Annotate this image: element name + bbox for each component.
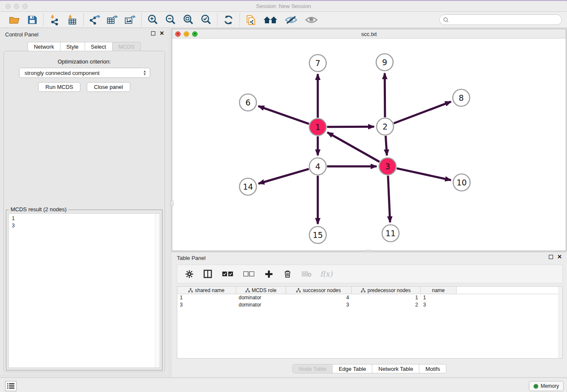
export-table-icon[interactable]: [107, 14, 118, 26]
window-title: Session: New Session: [0, 3, 567, 9]
graph-node-11[interactable]: 11: [382, 225, 399, 242]
tab-node-table[interactable]: Node Table: [292, 364, 333, 373]
table-cell[interactable]: 3: [421, 301, 457, 309]
svg-text:11: 11: [385, 229, 396, 238]
memory-button[interactable]: Memory: [529, 381, 564, 391]
apply-function-icon[interactable]: f(x): [321, 269, 331, 279]
graph-node-3[interactable]: 3: [379, 158, 396, 175]
result-scrollbar[interactable]: [155, 214, 160, 367]
edge-3-1[interactable]: [328, 133, 380, 162]
edge-1-6[interactable]: [259, 106, 309, 124]
table-cell[interactable]: 2: [352, 301, 421, 309]
mcds-result-box: MCDS result (2 nodes) 13: [6, 210, 162, 370]
table-cell[interactable]: 1: [421, 294, 457, 301]
tab-network-table[interactable]: Network Table: [372, 364, 419, 373]
node-table[interactable]: shared nameMCDS rolesuccessor nodesprede…: [177, 286, 563, 359]
edge-3-10[interactable]: [396, 168, 451, 180]
column-header-MCDS-role[interactable]: MCDS role: [236, 287, 286, 294]
graph-node-15[interactable]: 15: [309, 226, 326, 243]
graph-node-1[interactable]: 1: [309, 119, 326, 135]
neighbors-icon[interactable]: [263, 14, 278, 26]
table-row[interactable]: 1dominator411: [177, 294, 562, 301]
table-settings-gear-icon[interactable]: [184, 269, 194, 279]
show-columns-icon[interactable]: [203, 269, 213, 279]
edge-4-14[interactable]: [259, 169, 309, 184]
run-mcds-button[interactable]: Run MCDS: [38, 82, 80, 92]
result-item[interactable]: 1: [12, 215, 160, 222]
table-cell[interactable]: 3: [177, 301, 236, 309]
zoom-out-icon[interactable]: [165, 14, 176, 26]
delete-table-icon[interactable]: [301, 269, 313, 279]
graph-node-2[interactable]: 2: [377, 118, 394, 135]
edge-2-3[interactable]: [385, 136, 387, 155]
graph-node-8[interactable]: 8: [453, 89, 470, 106]
svg-text:1: 1: [315, 122, 320, 132]
search-input[interactable]: [449, 16, 561, 24]
search-field[interactable]: [439, 14, 562, 25]
add-column-icon[interactable]: [264, 269, 274, 279]
hierarchy-icon: [245, 288, 250, 293]
refresh-icon[interactable]: [223, 14, 234, 26]
select-all-icon[interactable]: [221, 269, 234, 279]
edge-1-2[interactable]: [327, 127, 374, 127]
criterion-dropdown[interactable]: strongly connected component ▲▼: [19, 68, 150, 78]
hierarchy-icon: [188, 288, 193, 293]
zoom-selected-icon[interactable]: [200, 14, 212, 26]
graph-node-14[interactable]: 14: [239, 178, 256, 195]
float-table-panel-icon[interactable]: [549, 255, 553, 259]
import-network-icon[interactable]: [49, 14, 61, 26]
graph-node-4[interactable]: 4: [309, 158, 326, 175]
tab-mcds[interactable]: MCDS: [113, 42, 141, 51]
open-session-icon[interactable]: [8, 14, 20, 26]
result-item[interactable]: 3: [12, 222, 160, 229]
table-cell[interactable]: dominator: [236, 294, 286, 301]
graph-node-6[interactable]: 6: [239, 94, 256, 111]
table-cell[interactable]: 4: [286, 294, 352, 301]
mcds-result-list[interactable]: 13: [8, 213, 160, 368]
tab-network[interactable]: Network: [28, 42, 61, 51]
splitter-grip[interactable]: [171, 201, 173, 206]
network-graph-canvas[interactable]: 7968124314101511: [172, 39, 566, 251]
tab-select[interactable]: Select: [85, 42, 113, 51]
zoom-fit-icon[interactable]: [182, 14, 194, 26]
task-history-button[interactable]: [5, 381, 17, 391]
zoom-in-icon[interactable]: [147, 14, 159, 26]
tab-edge-table[interactable]: Edge Table: [333, 364, 372, 373]
edge-3-11[interactable]: [388, 176, 390, 222]
export-image-icon[interactable]: [124, 14, 136, 26]
bottom-splitter-grip[interactable]: [365, 250, 371, 251]
close-panel-icon[interactable]: ✕: [160, 31, 164, 36]
control-panel-title: Control Panel: [5, 31, 39, 38]
hide-selection-icon[interactable]: [284, 14, 298, 26]
column-header-predecessor-nodes[interactable]: predecessor nodes: [352, 287, 421, 294]
import-table-icon[interactable]: [66, 14, 78, 26]
table-cell[interactable]: 3: [286, 301, 352, 309]
table-cell[interactable]: 1: [352, 294, 421, 301]
column-header-name[interactable]: name: [421, 287, 457, 294]
delete-column-icon[interactable]: [282, 269, 292, 279]
graph-node-9[interactable]: 9: [376, 54, 393, 71]
close-panel-button[interactable]: Close panel: [87, 82, 130, 92]
graph-node-10[interactable]: 10: [453, 174, 470, 191]
export-network-icon[interactable]: [89, 14, 101, 26]
tab-style[interactable]: Style: [61, 42, 85, 51]
tab-motifs[interactable]: Motifs: [419, 364, 446, 373]
close-table-panel-icon[interactable]: ✕: [557, 255, 562, 259]
column-header-successor-nodes[interactable]: successor nodes: [286, 287, 352, 294]
network-window-titlebar[interactable]: × – + scc.txt: [172, 29, 566, 39]
hierarchy-icon: [361, 288, 366, 293]
show-all-icon[interactable]: [304, 14, 319, 26]
edge-2-8[interactable]: [394, 102, 451, 123]
graph-node-7[interactable]: 7: [309, 55, 326, 72]
table-row[interactable]: 3dominator323: [177, 301, 562, 309]
deselect-all-icon[interactable]: [242, 269, 255, 279]
float-panel-icon[interactable]: [151, 31, 155, 36]
table-cell[interactable]: 1: [177, 294, 236, 301]
column-header-shared-name[interactable]: shared name: [177, 287, 236, 294]
table-cell[interactable]: dominator: [236, 301, 286, 309]
svg-text:8: 8: [459, 93, 464, 102]
table-scrollbar[interactable]: [559, 287, 562, 358]
save-session-icon[interactable]: [26, 14, 38, 26]
edge-2-9[interactable]: [385, 73, 385, 117]
duplicate-network-icon[interactable]: [245, 14, 257, 26]
